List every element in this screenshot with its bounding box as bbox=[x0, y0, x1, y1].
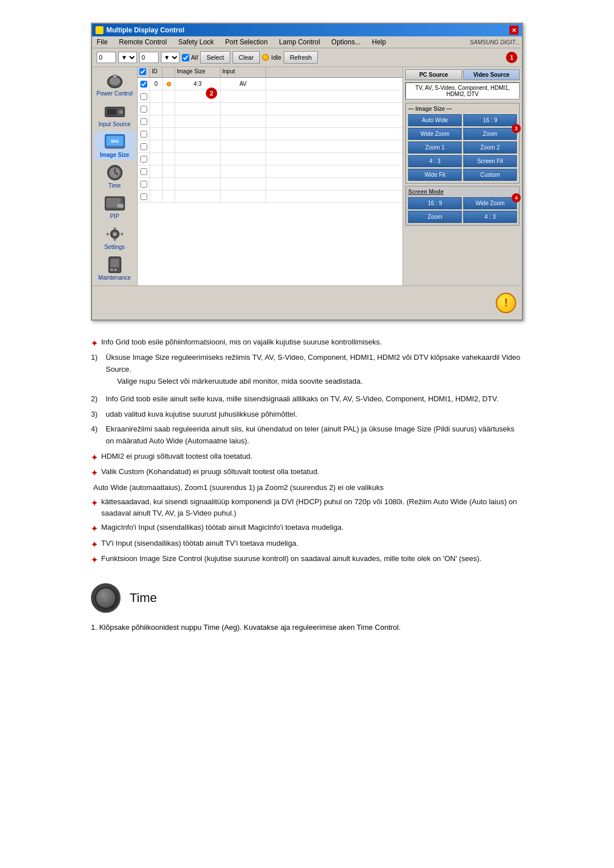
time-section-title: Time bbox=[130, 591, 157, 605]
star-icon-5: ✦ bbox=[91, 538, 98, 551]
id-input-2[interactable] bbox=[139, 52, 159, 63]
sidebar-item-input[interactable]: Input Source bbox=[94, 100, 135, 130]
time-section: Time bbox=[91, 583, 523, 613]
svg-rect-24 bbox=[110, 259, 119, 267]
btn-wide-fit[interactable]: Wide Fit bbox=[408, 169, 462, 181]
btn-screen-wide-zoom[interactable]: Wide Zoom 4 bbox=[463, 197, 517, 209]
numbered-item-1: 1) Üksuse Image Size reguleerimiseks rež… bbox=[91, 352, 523, 389]
star-icon-2: ✦ bbox=[91, 467, 98, 479]
table-row bbox=[138, 190, 403, 203]
sidebar-label-input: Input Source bbox=[98, 121, 131, 127]
grid-header-status bbox=[163, 67, 175, 77]
screen-mode-group: Screen Mode 16 : 9 Wide Zoom 4 Zoom 4 : … bbox=[405, 186, 520, 226]
close-button[interactable]: ✕ bbox=[509, 26, 518, 35]
sidebar-label-imagesize: Image Size bbox=[100, 152, 130, 158]
star-text-0: Info Grid toob esile põhiinformatsiooni,… bbox=[101, 337, 382, 348]
svg-rect-21 bbox=[106, 233, 109, 235]
grid-header-input: Input bbox=[221, 67, 266, 77]
btn-custom[interactable]: Custom bbox=[463, 169, 517, 181]
row-checkbox-1[interactable] bbox=[138, 78, 150, 90]
idle-label: Idle bbox=[271, 54, 281, 61]
select-all-checkbox[interactable] bbox=[139, 68, 146, 75]
menu-help[interactable]: Help bbox=[370, 38, 388, 47]
star-item-4: ✦ MagicInfo'i Input (sisendallikas) tööt… bbox=[91, 522, 523, 535]
select-button[interactable]: Select bbox=[200, 51, 230, 64]
star-icon-4: ✦ bbox=[91, 522, 98, 535]
menu-bar: File Remote Control Safety Lock Port Sel… bbox=[92, 36, 522, 48]
svg-rect-22 bbox=[121, 233, 123, 235]
bottom-area: ! bbox=[92, 285, 522, 319]
btn-16-9[interactable]: 16 : 9 bbox=[463, 114, 517, 126]
id-dropdown[interactable]: ▼ bbox=[118, 52, 137, 63]
star-item-0: ✦ Info Grid toob esile põhiinformatsioon… bbox=[91, 337, 523, 350]
badge-2: 2 bbox=[206, 88, 217, 99]
toolbar: ▼ ▼ All Select Clear Idle Refresh 1 bbox=[92, 48, 522, 67]
svg-point-5 bbox=[119, 110, 122, 114]
num-label-1: 1) bbox=[91, 352, 102, 389]
table-row bbox=[138, 165, 403, 178]
star-text-6: Funktsioon Image Size Control (kujutise … bbox=[101, 553, 482, 565]
video-source-tab[interactable]: Video Source bbox=[463, 69, 520, 80]
numbered-text-2: Info Grid toob esile ainult selle kuva, … bbox=[106, 393, 499, 405]
svg-text:IMG: IMG bbox=[111, 139, 119, 144]
svg-rect-20 bbox=[113, 238, 115, 240]
sidebar-item-maintenance[interactable]: Maintenance bbox=[94, 254, 135, 283]
btn-screen-16-9[interactable]: 16 : 9 bbox=[408, 197, 462, 209]
grid-scroll-area[interactable]: 0 4:3 AV bbox=[138, 78, 403, 214]
star-item-2: ✦ Valik Custom (Kohandatud) ei pruugi sõ… bbox=[91, 466, 523, 479]
btn-zoom[interactable]: Zoom 3 bbox=[463, 128, 517, 140]
time-icon bbox=[104, 164, 126, 182]
numbered-item-4: 4) Ekraanirežiimi saab reguleerida ainul… bbox=[91, 423, 523, 447]
id-dropdown-2[interactable]: ▼ bbox=[161, 52, 180, 63]
image-size-group: — Image Size — Auto Wide 16 : 9 Wide Zoo… bbox=[405, 103, 520, 184]
svg-point-18 bbox=[113, 232, 116, 236]
star-text-4: MagicInfo'i Input (sisendallikas) töötab… bbox=[101, 522, 343, 534]
sidebar-item-time[interactable]: Time bbox=[94, 161, 135, 191]
grid-header-id: ID bbox=[150, 67, 163, 77]
numbered-item-2: 2) Info Grid toob esile ainult selle kuv… bbox=[91, 393, 523, 405]
menu-port-selection[interactable]: Port Selection bbox=[223, 38, 270, 47]
btn-zoom1[interactable]: Zoom 1 bbox=[408, 142, 462, 153]
svg-rect-26 bbox=[114, 269, 116, 271]
menu-safety-lock[interactable]: Safety Lock bbox=[176, 38, 216, 47]
table-row bbox=[138, 140, 403, 153]
star-item-6: ✦ Funktsioon Image Size Control (kujutis… bbox=[91, 553, 523, 566]
btn-screen-zoom[interactable]: Zoom bbox=[408, 211, 462, 223]
table-row bbox=[138, 103, 403, 115]
sidebar-item-power[interactable]: Power Control bbox=[94, 69, 135, 99]
all-checkbox-area: All bbox=[182, 54, 198, 61]
btn-screen-4-3[interactable]: 4 : 3 bbox=[463, 211, 517, 223]
menu-lamp-control[interactable]: Lamp Control bbox=[277, 38, 322, 47]
id-input-1[interactable] bbox=[97, 52, 116, 63]
btn-screen-fit[interactable]: Screen Fit bbox=[463, 155, 517, 167]
all-checkbox[interactable] bbox=[182, 54, 189, 61]
sidebar-item-pip[interactable]: PIP bbox=[94, 192, 135, 222]
maintenance-icon bbox=[104, 256, 126, 274]
menu-options[interactable]: Options... bbox=[329, 38, 363, 47]
num-label-2: 2) bbox=[91, 393, 102, 405]
star-text-2: Valik Custom (Kohandatud) ei pruugi sõlt… bbox=[101, 466, 319, 478]
btn-wide-zoom[interactable]: Wide Zoom bbox=[408, 128, 462, 140]
btn-auto-wide[interactable]: Auto Wide bbox=[408, 114, 462, 126]
clear-button[interactable]: Clear bbox=[233, 51, 260, 64]
svg-point-2 bbox=[113, 74, 116, 78]
auto-wide-note: Auto Wide (automaatlaius), Zoom1 (suuren… bbox=[91, 482, 523, 494]
menu-remote-control[interactable]: Remote Control bbox=[117, 38, 169, 47]
input-icon bbox=[104, 102, 126, 121]
numbered-text-1: Üksuse Image Size reguleerimiseks režiim… bbox=[106, 352, 523, 389]
pc-source-tab[interactable]: PC Source bbox=[405, 69, 462, 80]
right-panel: PC Source Video Source TV, AV, S-Video, … bbox=[403, 67, 522, 285]
sidebar-item-imagesize[interactable]: IMG Image Size bbox=[94, 131, 135, 160]
warning-icon: ! bbox=[496, 293, 516, 313]
grid-header-check bbox=[138, 67, 150, 77]
refresh-button[interactable]: Refresh bbox=[284, 51, 318, 64]
main-content: Power Control Input Source bbox=[92, 67, 522, 285]
btn-4-3[interactable]: 4 : 3 bbox=[408, 155, 462, 167]
grid-container: ID Image Size Input 2 0 4:3 AV bbox=[138, 67, 403, 285]
btn-zoom2[interactable]: Zoom 2 bbox=[463, 142, 517, 153]
star-icon-1: ✦ bbox=[91, 451, 98, 464]
sidebar-item-settings[interactable]: Settings bbox=[94, 223, 135, 252]
menu-file[interactable]: File bbox=[94, 38, 110, 47]
badge-4: 4 bbox=[512, 193, 521, 202]
badge-2-container: 2 bbox=[206, 88, 217, 99]
